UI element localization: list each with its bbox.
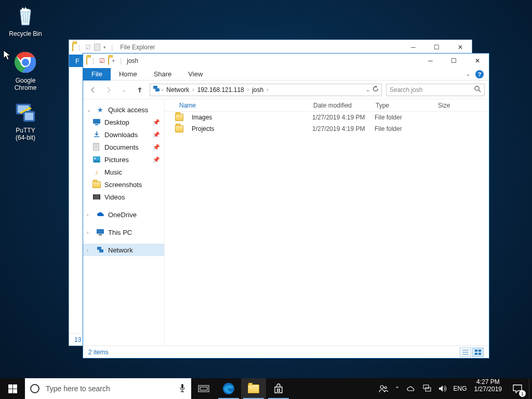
ribbon-tab-share[interactable]: Share	[145, 68, 180, 81]
svg-rect-46	[279, 391, 281, 392]
taskbar-store[interactable]	[266, 378, 291, 399]
breadcrumb-host[interactable]: 192.168.121.118	[195, 86, 246, 94]
microphone-icon[interactable]	[179, 383, 186, 394]
network-icon	[96, 246, 104, 254]
start-button[interactable]	[0, 378, 25, 399]
pin-icon: 📌	[153, 119, 160, 126]
ribbon-tab-view[interactable]: View	[180, 68, 211, 81]
view-details-button[interactable]	[460, 348, 471, 357]
svg-point-47	[380, 385, 383, 389]
close-button[interactable]: ✕	[466, 54, 489, 68]
nav-item-downloads[interactable]: Downloads 📌	[83, 128, 164, 141]
svg-rect-43	[277, 389, 278, 390]
view-large-button[interactable]	[472, 348, 484, 357]
navigation-pane[interactable]: ⌄ ★ Quick access Desktop 📌 Downloads 📌 D…	[83, 99, 165, 345]
close-button[interactable]: ✕	[448, 40, 472, 55]
svg-rect-22	[93, 194, 94, 200]
minimize-button[interactable]: ─	[402, 40, 425, 55]
qat-checkbox-icon[interactable]: ☑	[99, 57, 105, 64]
column-size[interactable]: Size	[434, 102, 475, 109]
column-type[interactable]: Type	[371, 102, 434, 109]
nav-item-pictures[interactable]: Pictures 📌	[83, 153, 164, 166]
chevron-right-icon[interactable]: ›	[192, 87, 194, 92]
nav-recent-dropdown[interactable]: ⌄	[118, 84, 130, 96]
svg-rect-50	[425, 388, 431, 391]
qat-folder-icon[interactable]	[108, 57, 109, 64]
taskbar-search[interactable]: Type here to search	[25, 378, 191, 399]
breadcrumb-network[interactable]: Network	[164, 86, 191, 94]
breadcrumb-box[interactable]: › Network › 192.168.121.118 › josh › ⌄	[150, 84, 382, 96]
column-name[interactable]: Name	[175, 102, 309, 109]
nav-item-music[interactable]: ♪ Music	[83, 166, 164, 178]
qat-dropdown-icon[interactable]: ▾	[103, 45, 106, 50]
chevron-right-icon[interactable]: ›	[247, 87, 249, 92]
nav-onedrive[interactable]: › OneDrive	[83, 208, 164, 221]
notification-badge: 1	[519, 390, 526, 397]
svg-rect-38	[13, 389, 17, 393]
maximize-button[interactable]: ☐	[425, 40, 448, 55]
svg-rect-25	[99, 234, 102, 235]
svg-point-20	[95, 158, 96, 159]
tray-overflow-icon[interactable]: ⌃	[395, 385, 400, 392]
task-view-button[interactable]	[191, 378, 216, 399]
pictures-icon	[92, 155, 101, 164]
svg-point-48	[384, 387, 387, 389]
chevron-right-icon[interactable]: ›	[267, 87, 268, 92]
ribbon-tab-home[interactable]: Home	[111, 68, 145, 81]
help-icon[interactable]: ?	[475, 70, 484, 78]
tray-network-icon[interactable]	[422, 384, 432, 393]
clock-time: 4:27 PM	[474, 378, 502, 385]
nav-item-videos[interactable]: Videos	[83, 191, 164, 203]
system-tray: ⌃ ENG	[375, 378, 470, 399]
svg-rect-41	[200, 387, 207, 390]
svg-rect-49	[423, 385, 429, 389]
taskbar-file-explorer[interactable]	[241, 378, 266, 399]
qat-dropdown-icon[interactable]: ▾	[112, 58, 115, 63]
ribbon-tab-file[interactable]: File	[83, 68, 111, 81]
file-row[interactable]: Projects 1/27/2019 4:19 PM File folder	[165, 123, 489, 135]
breadcrumb-share[interactable]: josh	[250, 86, 265, 94]
taskbar-clock[interactable]: 4:27 PM 1/27/2019	[470, 378, 506, 399]
svg-rect-44	[279, 389, 281, 390]
nav-quick-access[interactable]: ⌄ ★ Quick access	[83, 103, 164, 116]
svg-rect-33	[475, 353, 477, 355]
titlebar[interactable]: | ☑ ▾ | File Explorer ─ ☐ ✕	[69, 40, 472, 55]
nav-forward-button[interactable]	[103, 84, 114, 96]
qat-item-icon[interactable]	[94, 44, 100, 51]
tray-onedrive-icon[interactable]	[406, 385, 416, 392]
tray-language[interactable]: ENG	[454, 385, 467, 392]
desktop-icon-recycle-bin[interactable]: Recycle Bin	[5, 3, 46, 37]
nav-back-button[interactable]	[87, 84, 99, 96]
column-date[interactable]: Date modified	[309, 102, 371, 109]
cortana-icon	[30, 384, 39, 393]
show-desktop-button[interactable]	[529, 378, 532, 399]
nav-this-pc[interactable]: › This PC	[83, 226, 164, 238]
svg-rect-14	[95, 124, 98, 125]
taskbar-edge[interactable]	[216, 378, 241, 399]
nav-up-button[interactable]	[134, 84, 145, 96]
titlebar[interactable]: | ☑ ▾ | josh ─ ☐ ✕	[83, 54, 489, 68]
nav-item-documents[interactable]: Documents 📌	[83, 141, 164, 153]
file-row[interactable]: Images 1/27/2019 4:19 PM File folder	[165, 112, 489, 123]
file-explorer-window[interactable]: | ☑ ▾ | josh ─ ☐ ✕ File Home Share View …	[83, 53, 489, 358]
nav-item-desktop[interactable]: Desktop 📌	[83, 116, 164, 128]
address-dropdown-icon[interactable]: ⌄	[366, 87, 370, 92]
tray-people-icon[interactable]	[378, 384, 389, 393]
refresh-button[interactable]	[372, 85, 379, 94]
minimize-button[interactable]: ─	[419, 54, 442, 68]
desktop-icon-putty[interactable]: PuTTY (64-bit)	[5, 100, 46, 142]
maximize-button[interactable]: ☐	[442, 54, 466, 68]
file-date: 1/27/2019 4:19 PM	[308, 114, 370, 121]
tray-volume-icon[interactable]	[438, 384, 447, 393]
pin-icon: 📌	[153, 131, 160, 138]
qat-checkbox-icon[interactable]: ☑	[85, 44, 91, 51]
svg-point-3	[22, 59, 29, 66]
action-center-button[interactable]: 1	[506, 378, 529, 399]
pc-icon	[96, 228, 104, 236]
search-placeholder: Search josh	[390, 86, 422, 94]
nav-item-screenshots[interactable]: Screenshots	[83, 178, 164, 191]
ribbon-expand-icon[interactable]: ⌄	[466, 71, 470, 77]
search-input[interactable]: Search josh	[386, 84, 485, 96]
nav-network[interactable]: › Network	[83, 244, 164, 256]
chevron-right-icon[interactable]: ›	[162, 87, 163, 92]
